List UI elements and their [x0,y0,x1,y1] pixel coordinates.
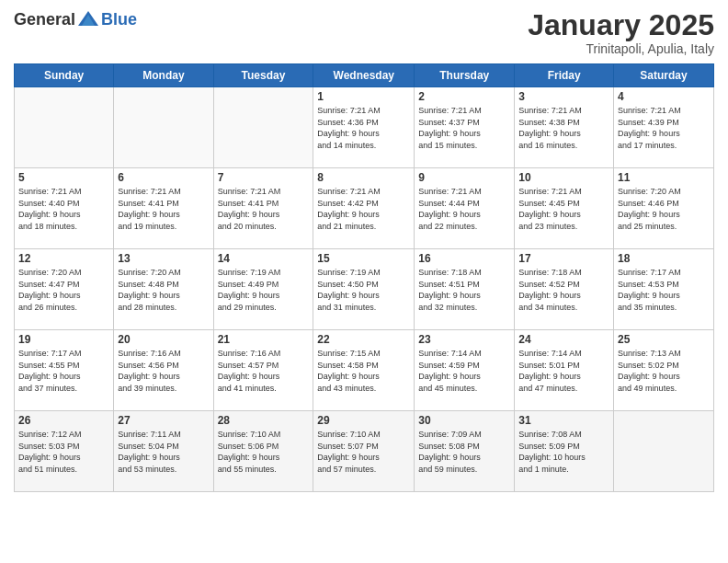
cell-content: Sunrise: 7:21 AM Sunset: 4:40 PM Dayligh… [18,186,109,232]
day-number: 21 [218,333,310,346]
day-number: 29 [317,414,410,427]
cell-content: Sunrise: 7:14 AM Sunset: 4:59 PM Dayligh… [418,348,510,394]
day-number: 23 [418,333,510,346]
table-row: 26Sunrise: 7:12 AM Sunset: 5:03 PM Dayli… [15,411,114,492]
day-number: 8 [317,171,410,184]
week-row-4: 26Sunrise: 7:12 AM Sunset: 5:03 PM Dayli… [15,411,714,492]
table-row: 13Sunrise: 7:20 AM Sunset: 4:48 PM Dayli… [114,249,213,330]
cell-content: Sunrise: 7:21 AM Sunset: 4:39 PM Dayligh… [618,105,710,151]
day-number: 27 [118,414,209,427]
table-row: 29Sunrise: 7:10 AM Sunset: 5:07 PM Dayli… [313,411,415,492]
header-sunday: Sunday [15,64,114,87]
day-number: 14 [218,252,310,265]
cell-content: Sunrise: 7:21 AM Sunset: 4:37 PM Dayligh… [418,105,510,151]
table-row: 23Sunrise: 7:14 AM Sunset: 4:59 PM Dayli… [415,330,515,411]
cell-content: Sunrise: 7:17 AM Sunset: 4:53 PM Dayligh… [618,267,710,313]
cell-content: Sunrise: 7:21 AM Sunset: 4:41 PM Dayligh… [118,186,209,232]
table-row: 6Sunrise: 7:21 AM Sunset: 4:41 PM Daylig… [114,168,213,249]
table-row: 3Sunrise: 7:21 AM Sunset: 4:38 PM Daylig… [515,87,614,168]
day-number: 24 [518,333,609,346]
table-row: 1Sunrise: 7:21 AM Sunset: 4:36 PM Daylig… [313,87,415,168]
cell-content: Sunrise: 7:18 AM Sunset: 4:52 PM Dayligh… [518,267,609,313]
day-number: 9 [418,171,510,184]
header-saturday: Saturday [614,64,714,87]
cell-content: Sunrise: 7:15 AM Sunset: 4:58 PM Dayligh… [317,348,410,394]
cell-content: Sunrise: 7:12 AM Sunset: 5:03 PM Dayligh… [18,429,109,475]
day-number: 18 [618,252,710,265]
cell-content: Sunrise: 7:21 AM Sunset: 4:36 PM Dayligh… [317,105,410,151]
cell-content: Sunrise: 7:20 AM Sunset: 4:46 PM Dayligh… [618,186,710,232]
day-number: 30 [418,414,510,427]
table-row: 21Sunrise: 7:16 AM Sunset: 4:57 PM Dayli… [213,330,313,411]
day-number: 6 [118,171,209,184]
calendar-table: Sunday Monday Tuesday Wednesday Thursday… [14,63,714,492]
title-section: January 2025 Trinitapoli, Apulia, Italy [528,9,714,56]
cell-content: Sunrise: 7:17 AM Sunset: 4:55 PM Dayligh… [18,348,109,394]
table-row: 22Sunrise: 7:15 AM Sunset: 4:58 PM Dayli… [313,330,415,411]
cell-content: Sunrise: 7:21 AM Sunset: 4:44 PM Dayligh… [418,186,510,232]
logo-blue: Blue [101,10,137,29]
page-container: General Blue January 2025 Trinitapoli, A… [0,0,728,501]
day-number: 7 [218,171,310,184]
logo-icon [76,9,100,29]
table-row: 7Sunrise: 7:21 AM Sunset: 4:41 PM Daylig… [213,168,313,249]
table-row: 12Sunrise: 7:20 AM Sunset: 4:47 PM Dayli… [15,249,114,330]
table-row: 4Sunrise: 7:21 AM Sunset: 4:39 PM Daylig… [614,87,714,168]
table-row: 15Sunrise: 7:19 AM Sunset: 4:50 PM Dayli… [313,249,415,330]
table-row [114,87,213,168]
weekday-header-row: Sunday Monday Tuesday Wednesday Thursday… [15,64,714,87]
table-row: 9Sunrise: 7:21 AM Sunset: 4:44 PM Daylig… [415,168,515,249]
day-number: 25 [618,333,710,346]
cell-content: Sunrise: 7:18 AM Sunset: 4:51 PM Dayligh… [418,267,510,313]
cell-content: Sunrise: 7:19 AM Sunset: 4:49 PM Dayligh… [218,267,310,313]
week-row-3: 19Sunrise: 7:17 AM Sunset: 4:55 PM Dayli… [15,330,714,411]
header-tuesday: Tuesday [213,64,313,87]
table-row: 2Sunrise: 7:21 AM Sunset: 4:37 PM Daylig… [415,87,515,168]
day-number: 17 [518,252,609,265]
day-number: 4 [618,90,710,103]
cell-content: Sunrise: 7:20 AM Sunset: 4:48 PM Dayligh… [118,267,209,313]
table-row: 5Sunrise: 7:21 AM Sunset: 4:40 PM Daylig… [15,168,114,249]
table-row: 25Sunrise: 7:13 AM Sunset: 5:02 PM Dayli… [614,330,714,411]
day-number: 10 [518,171,609,184]
table-row: 10Sunrise: 7:21 AM Sunset: 4:45 PM Dayli… [515,168,614,249]
week-row-0: 1Sunrise: 7:21 AM Sunset: 4:36 PM Daylig… [15,87,714,168]
logo-general: General [14,10,75,29]
cell-content: Sunrise: 7:16 AM Sunset: 4:56 PM Dayligh… [118,348,209,394]
table-row: 20Sunrise: 7:16 AM Sunset: 4:56 PM Dayli… [114,330,213,411]
day-number: 5 [18,171,109,184]
cell-content: Sunrise: 7:10 AM Sunset: 5:07 PM Dayligh… [317,429,410,475]
table-row [15,87,114,168]
cell-content: Sunrise: 7:21 AM Sunset: 4:45 PM Dayligh… [518,186,609,232]
table-row: 19Sunrise: 7:17 AM Sunset: 4:55 PM Dayli… [15,330,114,411]
table-row: 30Sunrise: 7:09 AM Sunset: 5:08 PM Dayli… [415,411,515,492]
header-friday: Friday [515,64,614,87]
cell-content: Sunrise: 7:10 AM Sunset: 5:06 PM Dayligh… [218,429,310,475]
day-number: 28 [218,414,310,427]
main-title: January 2025 [528,9,714,41]
cell-content: Sunrise: 7:16 AM Sunset: 4:57 PM Dayligh… [218,348,310,394]
table-row: 14Sunrise: 7:19 AM Sunset: 4:49 PM Dayli… [213,249,313,330]
day-number: 1 [317,90,410,103]
subtitle: Trinitapoli, Apulia, Italy [528,41,714,56]
cell-content: Sunrise: 7:08 AM Sunset: 5:09 PM Dayligh… [518,429,609,475]
table-row: 18Sunrise: 7:17 AM Sunset: 4:53 PM Dayli… [614,249,714,330]
cell-content: Sunrise: 7:13 AM Sunset: 5:02 PM Dayligh… [618,348,710,394]
week-row-2: 12Sunrise: 7:20 AM Sunset: 4:47 PM Dayli… [15,249,714,330]
day-number: 3 [518,90,609,103]
cell-content: Sunrise: 7:20 AM Sunset: 4:47 PM Dayligh… [18,267,109,313]
day-number: 12 [18,252,109,265]
day-number: 20 [118,333,209,346]
table-row: 17Sunrise: 7:18 AM Sunset: 4:52 PM Dayli… [515,249,614,330]
cell-content: Sunrise: 7:19 AM Sunset: 4:50 PM Dayligh… [317,267,410,313]
week-row-1: 5Sunrise: 7:21 AM Sunset: 4:40 PM Daylig… [15,168,714,249]
day-number: 16 [418,252,510,265]
table-row [614,411,714,492]
header-thursday: Thursday [415,64,515,87]
cell-content: Sunrise: 7:11 AM Sunset: 5:04 PM Dayligh… [118,429,209,475]
table-row: 11Sunrise: 7:20 AM Sunset: 4:46 PM Dayli… [614,168,714,249]
cell-content: Sunrise: 7:21 AM Sunset: 4:38 PM Dayligh… [518,105,609,151]
table-row: 31Sunrise: 7:08 AM Sunset: 5:09 PM Dayli… [515,411,614,492]
day-number: 31 [518,414,609,427]
header-wednesday: Wednesday [313,64,415,87]
